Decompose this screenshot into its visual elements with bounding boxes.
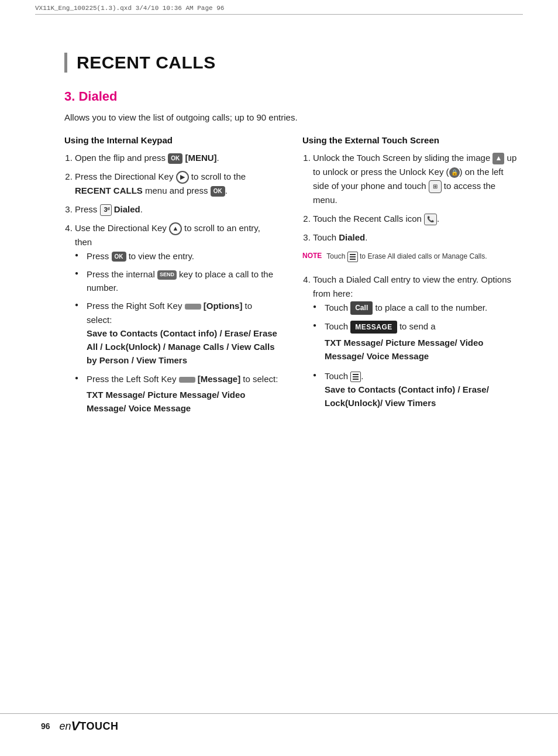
- dir-up-icon: ▲: [169, 222, 182, 235]
- header-text: VX11K_Eng_100225(1.3).qxd 3/4/10 10:36 A…: [35, 5, 224, 12]
- section-title: 3. Dialed: [64, 89, 517, 104]
- bullet-press-send: Press the internal SEND key to place a c…: [75, 267, 279, 295]
- section-number: 3.: [64, 89, 75, 104]
- message-button-icon: MESSAGE: [350, 321, 397, 334]
- internal-step-1: Open the flip and press OK [MENU].: [75, 151, 279, 165]
- external-step-2: Touch the Recent Calls icon 📞.: [313, 212, 517, 226]
- bullet-press-ok: Press OK to view the entry.: [75, 249, 279, 263]
- external-step-1: Unlock the Touch Screen by sliding the i…: [313, 151, 517, 207]
- bullet-left-soft-key: Press the Left Soft Key [Message] to sel…: [75, 372, 279, 415]
- external-step4-list: Touch a Dialed Call entry to view the en…: [302, 273, 517, 410]
- page-title: RECENT CALLS: [64, 53, 517, 73]
- bullet-right-soft-key: Press the Right Soft Key [Options] to se…: [75, 299, 279, 367]
- ok-icon-2: OK: [211, 186, 225, 197]
- note-label: NOTE: [302, 252, 322, 260]
- internal-step-3: Press 3d Dialed.: [75, 202, 279, 217]
- page-header: VX11K_Eng_100225(1.3).qxd 3/4/10 10:36 A…: [35, 5, 523, 15]
- right-soft-key-icon: [185, 304, 201, 310]
- internal-steps-list: Open the flip and press OK [MENU]. Press…: [64, 151, 279, 415]
- external-step-4: Touch a Dialed Call entry to view the en…: [313, 273, 517, 410]
- left-soft-key-options: TXT Message/ Picture Message/ Video Mess…: [87, 388, 279, 415]
- internal-heading: Using the Internal Keypad: [64, 135, 279, 145]
- internal-keypad-section: Using the Internal Keypad Open the flip …: [64, 135, 279, 422]
- bullet-touch-menu: Touch . Save to Contacts (Contact info) …: [313, 369, 517, 410]
- dir-right-icon: ▶: [176, 171, 189, 184]
- external-bullets: Touch Call to place a call to the number…: [313, 301, 517, 410]
- grid-icon: ⊞: [429, 180, 442, 193]
- internal-bullets: Press OK to view the entry. Press the in…: [75, 249, 279, 415]
- page-footer: 96 enVTOUCH: [0, 713, 558, 738]
- bullet-touch-call: Touch Call to place a call to the number…: [313, 301, 517, 315]
- internal-step-4: Use the Directional Key ▲ to scroll to a…: [75, 221, 279, 415]
- left-soft-key-icon: [179, 377, 195, 383]
- arrow-up-icon: ▲: [492, 153, 504, 164]
- external-touch-section: Using the External Touch Screen Unlock t…: [302, 135, 517, 417]
- external-heading: Using the External Touch Screen: [302, 135, 517, 145]
- internal-step-2: Press the Directional Key ▶ to scroll to…: [75, 170, 279, 198]
- bullet-touch-message: Touch MESSAGE to send a TXT Message/ Pic…: [313, 319, 517, 363]
- send-icon: SEND: [157, 270, 177, 280]
- note-box: NOTE Touch to Erase All dialed calls or …: [302, 252, 517, 262]
- section-name: Dialed: [78, 89, 117, 104]
- call-button-icon: Call: [350, 301, 373, 315]
- menu-lines-icon-options: [350, 372, 361, 382]
- ok-icon-3: OK: [112, 252, 126, 262]
- brand-logo: enVTOUCH: [60, 719, 119, 734]
- key-3-icon: 3d: [100, 204, 112, 216]
- external-step-3: Touch Dialed.: [313, 231, 517, 245]
- unlock-icon: 🔒: [449, 167, 460, 178]
- note-text: Touch to Erase All dialed calls or Manag…: [326, 252, 487, 262]
- section-description: Allows you to view the list of outgoing …: [64, 111, 517, 125]
- external-steps-list: Unlock the Touch Screen by sliding the i…: [302, 151, 517, 245]
- ok-icon-1: OK: [168, 153, 182, 164]
- recent-calls-icon: 📞: [424, 214, 437, 225]
- menu-lines-icon-note: [347, 252, 358, 262]
- message-options: TXT Message/ Picture Message/ Video Mess…: [325, 336, 517, 363]
- page-number: 96: [41, 721, 50, 731]
